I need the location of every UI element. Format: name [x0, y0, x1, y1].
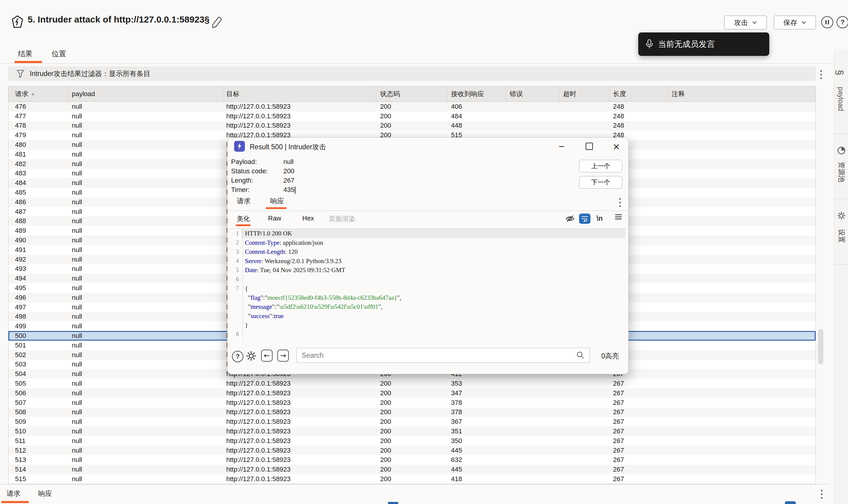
cell-req: 498	[8, 312, 68, 322]
table-row[interactable]: 476nullhttp://127.0.0.1:58923200406248	[8, 102, 815, 111]
cell-payload: null	[68, 455, 224, 465]
search-input[interactable]	[297, 348, 590, 363]
column-header-request[interactable]: 请求 ∧	[8, 87, 68, 102]
bottom-more-options-button[interactable]	[819, 488, 824, 500]
timer-value-text: 435	[283, 186, 295, 194]
dialog-titlebar[interactable]: Result 500 | Intruder攻击 − ×	[228, 138, 628, 155]
cell-err	[506, 389, 560, 398]
sidebar-item-payload[interactable]: § payload	[834, 49, 848, 134]
table-row[interactable]: 477nullhttp://127.0.0.1:58923200484248	[8, 111, 815, 121]
table-row[interactable]: 507nullhttp://127.0.0.1:58923200378267	[8, 398, 815, 408]
sidebar-item-resource-pool[interactable]: 资源池	[834, 134, 848, 199]
line-content: HTTP/1.0 200 OK	[241, 229, 625, 238]
dialog-tab-response[interactable]: 响应	[270, 196, 284, 206]
cell-timeout	[560, 446, 610, 455]
column-header-label: 错误	[510, 90, 523, 98]
payload-label: Payload:	[231, 158, 257, 166]
dialog-title: Result 500 | Intruder攻击	[250, 142, 326, 152]
highlight-count: 0高亮	[601, 352, 619, 361]
bottom-tab-response[interactable]: 响应	[38, 489, 52, 498]
code-token: Content-Type	[245, 239, 280, 246]
intruder-results-filter-bar[interactable]: Intruder攻击结果过滤器：显示所有条目	[8, 66, 816, 81]
table-row[interactable]: 508nullhttp://127.0.0.1:58923200378267	[8, 408, 815, 417]
cell-req: 515	[8, 474, 68, 484]
word-wrap-toggle-button[interactable]	[579, 214, 590, 224]
table-row[interactable]: 512nullhttp://127.0.0.1:58923200445267	[8, 446, 815, 455]
table-row[interactable]: 509nullhttp://127.0.0.1:58923200367267	[8, 417, 815, 427]
table-row[interactable]: 506nullhttp://127.0.0.1:58923200347267	[8, 389, 815, 398]
column-header-status[interactable]: 状态码	[376, 87, 447, 102]
next-result-button[interactable]: 下一个	[579, 176, 622, 188]
dialog-more-options-button[interactable]	[618, 196, 623, 209]
cell-status: 200	[376, 436, 447, 446]
search-next-button[interactable]: →	[277, 349, 289, 362]
cell-req: 487	[8, 207, 68, 217]
minimize-button[interactable]: −	[556, 141, 567, 151]
column-header-timeout[interactable]: 超时	[560, 87, 610, 102]
length-value: 267	[283, 177, 295, 184]
column-header-target[interactable]: 目标	[224, 87, 376, 102]
table-row[interactable]: 511nullhttp://127.0.0.1:58923200350267	[8, 436, 815, 446]
column-header-payload[interactable]: payload	[68, 87, 224, 102]
bottom-blue-element	[388, 502, 398, 504]
close-button[interactable]: ×	[611, 141, 622, 151]
subtab-hex[interactable]: Hex	[302, 214, 314, 222]
hide-non-printable-button[interactable]	[564, 214, 576, 223]
show-newlines-button[interactable]: \n	[597, 214, 602, 222]
filter-more-options-button[interactable]	[818, 69, 824, 81]
cell-status: 200	[376, 474, 447, 484]
cell-comment	[669, 417, 814, 427]
tab-positions[interactable]: 位置	[52, 49, 66, 58]
cell-req: 501	[8, 341, 68, 350]
column-header-comment[interactable]: 注释	[669, 87, 814, 102]
tab-results[interactable]: 结果	[18, 49, 33, 58]
search-settings-button[interactable]	[246, 351, 256, 361]
cell-len: 267	[610, 389, 669, 398]
pause-button[interactable]	[821, 16, 833, 28]
previous-result-button[interactable]: 上一个	[579, 160, 622, 173]
column-header-response-received[interactable]: 接收到响应	[447, 87, 506, 102]
help-button[interactable]: ?	[836, 16, 848, 28]
response-editor[interactable]: 1HTTP/1.0 200 OK2Content-Type: applicati…	[228, 229, 628, 339]
table-row[interactable]: 515nullhttp://127.0.0.1:58923200418267	[8, 474, 815, 484]
code-line: 3Content-Length: 120	[228, 247, 628, 256]
code-line: "message":"\u5df2\u6210\u529f\u542f\u5c0…	[228, 302, 628, 311]
subtab-raw[interactable]: Raw	[268, 214, 281, 222]
maximize-button[interactable]	[584, 141, 595, 151]
cell-req: 482	[8, 159, 68, 169]
dialog-tab-request[interactable]: 请求	[237, 196, 251, 206]
cell-err	[506, 111, 560, 121]
cell-payload: null	[68, 360, 224, 370]
table-scrollbar-thumb[interactable]	[818, 329, 823, 364]
column-header-label: 长度	[613, 90, 626, 98]
bottom-tab-request[interactable]: 请求	[6, 489, 20, 498]
attack-button[interactable]: 攻击	[724, 16, 767, 30]
table-row[interactable]: 505nullhttp://127.0.0.1:58923200353267	[8, 379, 815, 389]
cell-payload: null	[68, 389, 224, 398]
table-row[interactable]: 478nullhttp://127.0.0.1:58923200448248	[8, 121, 815, 131]
code-token: Date	[245, 266, 257, 274]
subtab-pretty[interactable]: 美化	[237, 214, 250, 223]
line-content: "success":true	[241, 311, 625, 321]
sidebar-item-settings[interactable]: 设置	[834, 199, 848, 265]
maximize-icon	[586, 143, 593, 150]
cell-comment	[669, 331, 814, 341]
table-row[interactable]: 513nullhttp://127.0.0.1:58923200632267	[8, 455, 815, 465]
edit-title-icon[interactable]	[210, 16, 223, 28]
cell-payload: null	[68, 121, 224, 131]
column-header-error[interactable]: 错误	[506, 87, 560, 102]
code-token: "	[269, 312, 272, 320]
search-help-button[interactable]: ?	[232, 351, 243, 362]
dialog-separator	[228, 211, 628, 211]
table-row[interactable]: 510nullhttp://127.0.0.1:58923200351267	[8, 427, 815, 436]
timer-value[interactable]: 435	[283, 186, 295, 194]
cell-status: 200	[376, 408, 447, 417]
column-header-length[interactable]: 长度	[610, 87, 669, 102]
line-content: }	[241, 321, 625, 330]
code-token: : Tue, 04 Nov 2025 09:31:52 GMT	[257, 266, 346, 274]
save-button[interactable]: 保存	[774, 16, 816, 30]
editor-menu-button[interactable]	[615, 213, 622, 220]
table-row[interactable]: 514nullhttp://127.0.0.1:58923200445267	[8, 465, 815, 474]
search-previous-button[interactable]: ←	[261, 349, 272, 362]
subtab-render[interactable]: 页面渲染	[329, 214, 355, 223]
